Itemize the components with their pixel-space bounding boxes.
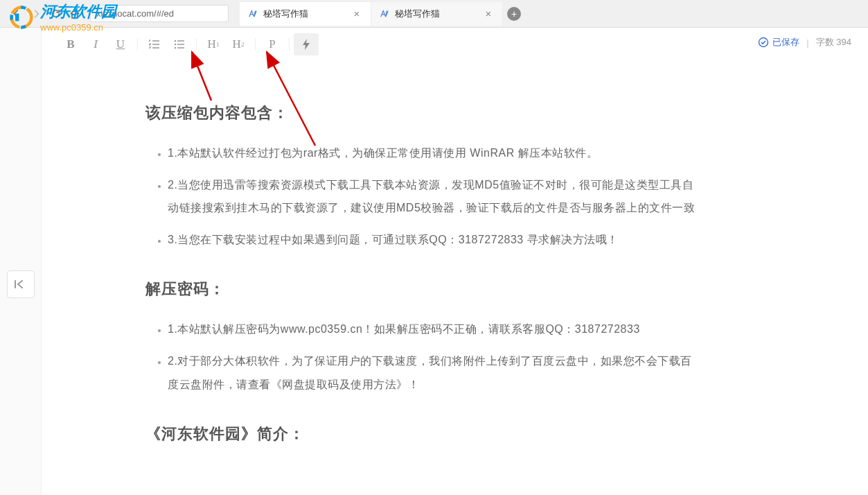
- section-heading: 《河东软件园》简介：: [145, 424, 700, 444]
- word-count: 字数 394: [816, 36, 851, 49]
- new-tab-button[interactable]: +: [507, 7, 521, 21]
- list-item: 2.当您使用迅雷等搜索资源模式下载工具下载本站资源，发现MD5值验证不对时，很可…: [168, 173, 700, 220]
- word-count-label: 字数: [816, 37, 834, 47]
- svg-point-4: [175, 43, 176, 44]
- unordered-list-icon: [174, 40, 185, 49]
- list-item: 2.对于部分大体积软件，为了保证用户的下载速度，我们将附件上传到了百度云盘中，如…: [168, 349, 700, 396]
- section-heading: 解压密码：: [145, 279, 700, 299]
- collapse-icon: [14, 279, 28, 290]
- nav-reload-button[interactable]: [46, 4, 65, 24]
- toolbar-separator: [137, 38, 138, 51]
- status-bar: 已保存 | 字数 394: [758, 36, 851, 49]
- unordered-list-button[interactable]: [167, 33, 192, 55]
- tab-favicon-icon: [248, 9, 258, 19]
- format-toolbar: B I U H1 H2 P: [42, 28, 868, 61]
- word-count-value: 394: [836, 37, 851, 47]
- tab-title: 秘塔写作猫: [395, 8, 483, 20]
- browser-tabs: 秘塔写作猫 × 秘塔写作猫 × +: [240, 0, 521, 27]
- svg-point-3: [175, 40, 176, 41]
- tab-title: 秘塔写作猫: [263, 8, 351, 20]
- toolbar-separator: [196, 38, 197, 51]
- tab-favicon-icon: [380, 9, 389, 19]
- toolbar-separator: [289, 38, 290, 51]
- section-list: 1.本站默认解压密码为www.pc0359.cn！如果解压密码不正确，请联系客服…: [145, 318, 700, 396]
- saved-status: 已保存: [758, 36, 799, 49]
- section-heading: 该压缩包内容包含：: [145, 103, 700, 123]
- svg-point-5: [175, 46, 176, 48]
- list-item: 1.本站默认软件经过打包为rar格式，为确保正常使用请使用 WinRAR 解压本…: [168, 141, 700, 165]
- nav-back-button[interactable]: [7, 4, 26, 24]
- paragraph-button[interactable]: P: [260, 33, 285, 55]
- lightning-icon: [303, 39, 310, 50]
- toolbar-separator: [255, 38, 256, 51]
- ordered-list-icon: [149, 40, 160, 49]
- sidebar-collapse-button[interactable]: [7, 270, 35, 298]
- browser-tab-2[interactable]: 秘塔写作猫 ×: [371, 2, 503, 26]
- list-item: 3.当您在下载安装过程中如果遇到问题，可通过联系QQ：3187272833 寻求…: [168, 228, 700, 252]
- browser-toolbar: xiezuocat.com/#/ed 秘塔写作猫 × 秘塔写作猫 × +: [0, 0, 868, 28]
- bolt-button[interactable]: [294, 33, 319, 55]
- tab-close-button[interactable]: ×: [351, 8, 362, 19]
- left-sidebar: [0, 28, 42, 495]
- saved-label: 已保存: [772, 36, 799, 49]
- h2-button[interactable]: H2: [226, 33, 251, 55]
- ordered-list-button[interactable]: [142, 33, 167, 55]
- h1-button[interactable]: H1: [201, 33, 226, 55]
- browser-tab-1[interactable]: 秘塔写作猫 ×: [240, 2, 371, 26]
- nav-forward-button[interactable]: [26, 4, 46, 24]
- bold-button[interactable]: B: [58, 33, 83, 55]
- tab-close-button[interactable]: ×: [483, 8, 494, 19]
- italic-button[interactable]: I: [83, 33, 108, 55]
- section-list: 1.本站默认软件经过打包为rar格式，为确保正常使用请使用 WinRAR 解压本…: [145, 141, 700, 251]
- list-item: 1.本站默认解压密码为www.pc0359.cn！如果解压密码不正确，请联系客服…: [168, 318, 700, 341]
- status-divider: |: [806, 37, 808, 48]
- nav-home-button[interactable]: [65, 4, 85, 24]
- underline-button[interactable]: U: [108, 33, 133, 55]
- check-circle-icon: [758, 37, 769, 48]
- address-bar[interactable]: xiezuocat.com/#/ed: [90, 5, 229, 22]
- document-editor[interactable]: 该压缩包内容包含：1.本站默认软件经过打包为rar格式，为确保正常使用请使用 W…: [42, 61, 868, 490]
- editor-main: B I U H1 H2 P 已保存: [42, 28, 868, 495]
